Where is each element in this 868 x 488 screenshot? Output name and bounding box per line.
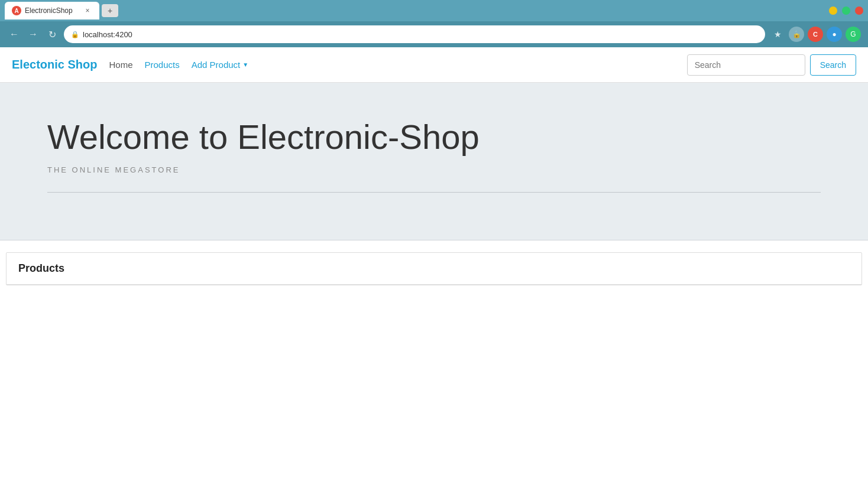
window-minimize-button[interactable]	[829, 6, 837, 15]
bookmark-icon[interactable]: ★	[770, 27, 785, 42]
products-section: Products	[6, 252, 862, 285]
products-title: Products	[18, 262, 850, 275]
tab-close-button[interactable]: ×	[83, 6, 92, 15]
hero-title: Welcome to Electronic-Shop	[47, 118, 821, 156]
browser-chrome: A ElectronicShop × + ← → ↻ 🔒 localhost:4…	[0, 0, 868, 47]
tab-title: ElectronicShop	[25, 6, 79, 15]
extension-icon-3[interactable]: ●	[827, 27, 842, 42]
address-bar-actions: ★ 🔒 C ● G	[770, 27, 861, 42]
nav-home[interactable]: Home	[109, 60, 132, 70]
lock-icon: 🔒	[71, 31, 79, 38]
window-maximize-button[interactable]	[842, 6, 850, 15]
search-button[interactable]: Search	[810, 54, 856, 76]
window-controls	[829, 6, 863, 15]
dropdown-arrow-icon: ▼	[242, 61, 248, 68]
nav-back-button[interactable]: ←	[7, 27, 21, 41]
window-close-button[interactable]	[855, 6, 863, 15]
navbar-search: Search	[687, 54, 856, 76]
browser-tab-active[interactable]: A ElectronicShop ×	[5, 2, 99, 19]
nav-refresh-button[interactable]: ↻	[45, 27, 59, 41]
navbar-links: Home Products Add Product ▼	[109, 60, 686, 70]
tab-favicon: A	[12, 6, 21, 15]
browser-address-bar: ← → ↻ 🔒 localhost:4200 ★ 🔒 C ● G	[0, 21, 868, 47]
nav-add-product-label: Add Product	[192, 60, 241, 70]
browser-tab-bar: A ElectronicShop × +	[0, 0, 868, 21]
nav-products[interactable]: Products	[144, 60, 179, 70]
new-tab-button[interactable]: +	[102, 4, 118, 17]
search-input[interactable]	[687, 54, 805, 76]
products-header: Products	[7, 253, 861, 285]
extension-icon-1[interactable]: 🔒	[789, 27, 804, 42]
extension-icon-4[interactable]: G	[846, 27, 861, 42]
url-text: localhost:4200	[83, 30, 132, 39]
hero-subtitle: THE ONLINE MEGASTORE	[47, 165, 821, 174]
extension-icon-2[interactable]: C	[808, 27, 823, 42]
address-bar-url[interactable]: 🔒 localhost:4200	[64, 25, 765, 43]
nav-add-product-dropdown[interactable]: Add Product ▼	[192, 60, 248, 70]
hero-section: Welcome to Electronic-Shop THE ONLINE ME…	[0, 83, 868, 240]
nav-forward-button[interactable]: →	[26, 27, 40, 41]
navbar-brand[interactable]: Electonic Shop	[12, 58, 97, 71]
hero-divider	[47, 192, 821, 193]
main-navbar: Electonic Shop Home Products Add Product…	[0, 47, 868, 83]
